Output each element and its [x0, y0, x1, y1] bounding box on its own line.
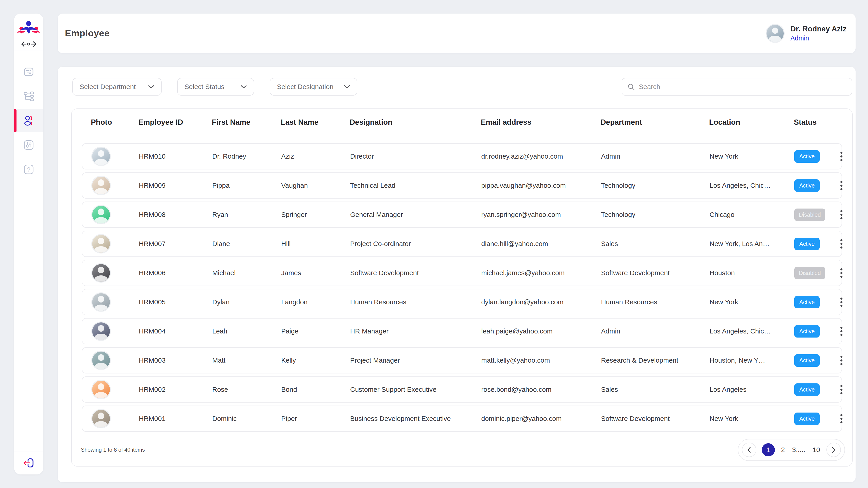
table-row[interactable]: HRM008 Ryan Springer General Manager rya… — [82, 201, 842, 228]
designation-cell: Director — [350, 153, 481, 160]
designation-cell: Project Co-ordinator — [350, 240, 481, 248]
first-name-cell: Leah — [212, 327, 281, 335]
table-footer: Showing 1 to 8 of 40 items 123.....10 — [72, 438, 852, 461]
col-status: Status — [794, 118, 837, 127]
status-badge: Disabled — [794, 208, 825, 221]
status-badge: Disabled — [794, 267, 825, 279]
profile-avatar — [766, 24, 784, 43]
employee-id-cell: HRM007 — [139, 240, 212, 248]
designation-cell: Project Manager — [350, 357, 481, 364]
search-input[interactable] — [639, 83, 846, 91]
designation-cell: General Manager — [350, 211, 481, 219]
location-cell: New York — [710, 415, 794, 422]
designation-cell: Human Resources — [350, 298, 481, 306]
last-name-cell: Kelly — [281, 357, 350, 364]
employee-table: Photo Employee ID First Name Last Name D… — [71, 108, 852, 466]
first-name-cell: Diane — [212, 240, 281, 248]
logout-button[interactable] — [14, 451, 43, 475]
location-cell: Los Angeles — [710, 386, 794, 393]
row-actions-kebab-button[interactable] — [837, 325, 846, 338]
department-cell: Software Development — [601, 269, 710, 277]
designation-filter-label: Select Designation — [277, 83, 333, 91]
row-actions-kebab-button[interactable] — [837, 354, 846, 367]
employee-id-cell: HRM009 — [139, 182, 212, 189]
last-name-cell: Vaughan — [281, 182, 350, 189]
email-cell: rose.bond@yahoo.com — [481, 386, 601, 393]
table-row[interactable]: HRM004 Leah Paige HR Manager leah.paige@… — [82, 318, 842, 344]
row-actions-kebab-button[interactable] — [837, 208, 846, 221]
last-name-cell: James — [281, 269, 350, 277]
pagination-page-1[interactable]: 1 — [762, 443, 775, 456]
employee-photo — [91, 380, 111, 399]
pagination-next-button[interactable] — [827, 443, 841, 457]
table-row[interactable]: HRM005 Dylan Langdon Human Resources dyl… — [82, 289, 842, 315]
row-actions-kebab-button[interactable] — [837, 383, 846, 396]
status-badge: Active — [794, 150, 819, 163]
first-name-cell: Dylan — [212, 298, 281, 306]
email-cell: dr.rodney.aziz@yahoo.com — [481, 153, 601, 160]
pagination-page-2[interactable]: 2 — [780, 446, 786, 454]
designation-filter-select[interactable]: Select Designation — [270, 78, 358, 96]
table-row[interactable]: HRM003 Matt Kelly Project Manager matt.k… — [82, 347, 842, 373]
page-header: Employee Dr. Rodney Aziz Admin — [58, 13, 856, 53]
department-filter-select[interactable]: Select Department — [72, 78, 162, 96]
department-cell: Sales — [601, 386, 710, 393]
status-badge: Active — [794, 354, 819, 367]
row-actions-kebab-button[interactable] — [837, 267, 846, 280]
search-box — [622, 78, 852, 96]
email-cell: dylan.langdon@yahoo.com — [481, 298, 601, 306]
row-actions-kebab-button[interactable] — [837, 412, 846, 425]
first-name-cell: Michael — [212, 269, 281, 277]
sidebar-item-help[interactable]: ? — [14, 158, 43, 181]
chevron-down-icon — [241, 85, 247, 89]
email-cell: pippa.vaughan@yahoo.com — [481, 182, 601, 189]
page-background — [0, 482, 868, 488]
row-actions-kebab-button[interactable] — [837, 179, 846, 192]
pagination-prev-button[interactable] — [742, 443, 756, 457]
sidebar: ? — [14, 13, 43, 475]
department-filter-label: Select Department — [80, 83, 135, 91]
location-cell: Los Angeles, Chic… — [710, 182, 794, 189]
row-actions-kebab-button[interactable] — [837, 296, 846, 308]
designation-cell: Customer Support Executive — [350, 386, 481, 393]
last-name-cell: Piper — [281, 415, 350, 422]
table-row[interactable]: HRM002 Rose Bond Customer Support Execut… — [82, 377, 842, 402]
row-actions-kebab-button[interactable] — [837, 150, 846, 163]
sidebar-item-reports[interactable] — [14, 60, 43, 84]
designation-cell: Business Development Executive — [350, 415, 481, 422]
employee-id-cell: HRM006 — [139, 269, 212, 277]
employee-id-cell: HRM008 — [139, 211, 212, 219]
first-name-cell: Pippa — [212, 182, 281, 189]
sidebar-item-settings[interactable] — [14, 133, 43, 157]
table-row[interactable]: HRM009 Pippa Vaughan Technical Lead pipp… — [82, 172, 842, 199]
location-cell: New York, Los An… — [710, 240, 794, 248]
email-cell: ryan.springer@yahoo.com — [481, 211, 601, 219]
sidebar-item-organization[interactable] — [14, 85, 43, 108]
help-icon: ? — [24, 164, 34, 174]
table-row[interactable]: HRM007 Diane Hill Project Co-ordinator d… — [82, 231, 842, 257]
table-row[interactable]: HRM006 Michael James Software Developmen… — [82, 260, 842, 286]
profile-menu[interactable]: Dr. Rodney Aziz Admin — [766, 24, 846, 43]
table-header-row: Photo Employee ID First Name Last Name D… — [72, 114, 852, 130]
pagination-page-10[interactable]: 10 — [812, 446, 821, 454]
table-row[interactable]: HRM001 Dominic Piper Business Developmen… — [82, 405, 842, 432]
col-photo: Photo — [91, 118, 138, 127]
chevron-left-icon — [747, 447, 752, 453]
status-badge: Active — [794, 180, 819, 192]
row-actions-kebab-button[interactable] — [837, 237, 846, 250]
email-cell: matt.kelly@yahoo.com — [481, 357, 601, 364]
status-filter-label: Select Status — [184, 83, 224, 91]
location-cell: Los Angeles, Chic… — [710, 327, 794, 335]
status-filter-select[interactable]: Select Status — [177, 78, 254, 96]
sidebar-collapse-button[interactable] — [21, 41, 37, 47]
sidebar-item-employees[interactable] — [14, 109, 43, 132]
last-name-cell: Paige — [281, 327, 350, 335]
department-cell: Technology — [601, 211, 710, 219]
department-cell: Human Resources — [601, 298, 710, 306]
items-summary: Showing 1 to 8 of 40 items — [81, 447, 145, 453]
employees-icon — [23, 115, 34, 126]
col-location: Location — [709, 118, 794, 127]
pagination-page-3[interactable]: 3..... — [791, 446, 806, 454]
email-cell: dominic.piper@yahoo.com — [481, 415, 601, 422]
table-row[interactable]: HRM010 Dr. Rodney Aziz Director dr.rodne… — [82, 143, 842, 169]
